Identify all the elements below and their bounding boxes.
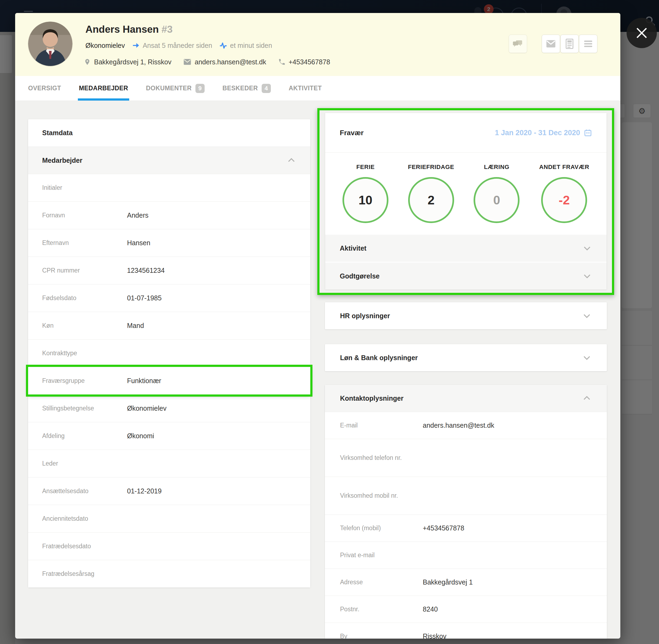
- tab-bar: OVERSIGT MEDARBEJDER DOKUMENTER 9 BESKED…: [15, 76, 620, 101]
- tab[interactable]: MEDARBEJDER: [79, 76, 128, 100]
- close-button[interactable]: [627, 18, 657, 48]
- tab-badge: 9: [195, 84, 205, 93]
- email-item: anders.hansen@test.dk: [183, 58, 266, 66]
- field-label: Virksomhed telefon nr.: [340, 453, 423, 463]
- field-label: Fødselsdato: [42, 294, 127, 302]
- field-value: Funktionær: [127, 377, 161, 385]
- stat-circle: -2: [541, 177, 587, 223]
- list-menu-icon: [583, 40, 593, 48]
- stat-value: 0: [493, 193, 500, 207]
- field-label: Fratrædelsesårsag: [42, 570, 127, 577]
- field-row[interactable]: Ansættelsesdato 01-12-2019: [28, 477, 310, 505]
- field-label: E-mail: [340, 420, 423, 431]
- field-row[interactable]: Anciennitetsdato: [28, 505, 310, 532]
- address-text: Bakkegårdsvej 1, Risskov: [94, 58, 171, 66]
- field-row[interactable]: Fratrædelsesdato: [28, 532, 310, 560]
- field-row[interactable]: Efternavn Hansen: [28, 229, 310, 257]
- contact-info-card: Kontaktoplysninger E-mail anders.hansen@…: [325, 385, 607, 639]
- absence-stat: FERIE 10: [343, 164, 389, 223]
- salary-bank-card[interactable]: Løn & Bank oplysninger: [325, 344, 607, 371]
- field-label: Privat e-mail: [340, 550, 423, 560]
- contact-field-row[interactable]: Telefon (mobil) +4534567878: [325, 514, 607, 542]
- contact-field-row[interactable]: By Risskov: [325, 623, 607, 639]
- employee-data-panel: Stamdata Medarbejder Initialer Fornavn A…: [28, 119, 310, 588]
- stat-value: 10: [359, 193, 373, 207]
- chat-icon: [513, 39, 523, 48]
- employee-name: Anders Hansen: [86, 24, 159, 35]
- mail-button[interactable]: [542, 34, 560, 53]
- tab-label: MEDARBEJDER: [79, 85, 128, 92]
- tab[interactable]: BESKEDER 4: [222, 76, 271, 100]
- tab[interactable]: AKTIVITET: [289, 76, 322, 100]
- employee-subtitle: Økonomielev Ansat 5 måneder siden et min…: [86, 41, 272, 49]
- contact-field-row[interactable]: Virksomhed mobil nr.: [325, 477, 607, 514]
- section-stamdata[interactable]: Stamdata: [28, 119, 310, 146]
- field-label: Efternavn: [42, 239, 127, 247]
- date-range-picker[interactable]: 1 Jan 2020 - 31 Dec 2020: [495, 129, 592, 137]
- contact-info-header[interactable]: Kontaktoplysninger: [325, 385, 607, 412]
- employment-duration: Ansat 5 måneder siden: [143, 42, 212, 49]
- field-value: 01-07-1985: [127, 294, 162, 302]
- stat-circle: 2: [408, 177, 454, 223]
- section-title: Medarbejder: [42, 157, 83, 164]
- field-row[interactable]: Initialer: [28, 174, 310, 201]
- section-medarbejder[interactable]: Medarbejder: [28, 146, 310, 174]
- tab-label: OVERSIGT: [28, 85, 61, 92]
- field-label: Stillingsbetegnelse: [42, 405, 127, 412]
- document-button[interactable]: [560, 34, 579, 53]
- tab[interactable]: DOKUMENTER 9: [146, 76, 205, 100]
- arrow-right-icon: [132, 41, 140, 49]
- employee-number: #3: [161, 24, 172, 35]
- field-row[interactable]: Køn Mand: [28, 312, 310, 339]
- document-icon: [565, 39, 573, 49]
- field-label: Kontrakttype: [42, 350, 127, 357]
- stat-label: ANDET FRAVÆR: [539, 164, 589, 170]
- location-pin-icon: [84, 58, 91, 66]
- contact-field-row[interactable]: Postnr. 8240: [325, 596, 607, 623]
- field-row[interactable]: Stillingsbetegnelse Økonomielev: [28, 394, 310, 422]
- contact-field-row[interactable]: Privat e-mail: [325, 542, 607, 569]
- field-label: Ansættelsesdato: [42, 487, 127, 495]
- screen: 2 ⚙: [0, 0, 659, 644]
- field-row[interactable]: Fraværsgruppe Funktionær: [28, 367, 310, 394]
- accordion-row[interactable]: Aktivitet: [325, 234, 607, 262]
- field-label: Virksomhed mobil nr.: [340, 490, 423, 501]
- field-value: Hansen: [127, 239, 150, 247]
- field-row[interactable]: Fødselsdato 01-07-1985: [28, 284, 310, 312]
- tab[interactable]: OVERSIGT: [28, 76, 61, 100]
- tab-badge: 4: [262, 84, 271, 93]
- field-row[interactable]: CPR nummer 1234561234: [28, 257, 310, 284]
- contact-field-row[interactable]: Adresse Bakkegårdsvej 1: [325, 569, 607, 596]
- hr-info-card[interactable]: HR oplysninger: [325, 302, 607, 329]
- stat-circle: 0: [474, 177, 519, 223]
- field-row[interactable]: Leder: [28, 450, 310, 477]
- absence-accordions: Aktivitet Godtgørelse: [325, 234, 607, 290]
- field-label: Leder: [42, 460, 127, 467]
- field-row[interactable]: Kontrakttype: [28, 339, 310, 367]
- last-activity: et minut siden: [230, 42, 272, 49]
- field-value: Anders: [127, 211, 148, 219]
- field-label: Køn: [42, 322, 127, 329]
- chat-button[interactable]: [509, 34, 527, 53]
- tab-label: AKTIVITET: [289, 85, 322, 92]
- email-text: anders.hansen@test.dk: [195, 58, 266, 66]
- field-value: 8240: [423, 605, 438, 613]
- stat-label: FERIE: [356, 164, 375, 170]
- field-label: By: [340, 631, 423, 639]
- field-value: Mand: [127, 322, 144, 329]
- contact-field-row[interactable]: E-mail anders.hansen@test.dk: [325, 412, 607, 439]
- contact-row: Bakkegårdsvej 1, Risskov anders.hansen@t…: [84, 58, 342, 66]
- hr-info-title: HR oplysninger: [340, 312, 390, 320]
- chevron-down-icon: [582, 271, 592, 281]
- job-title: Økonomielev: [86, 42, 125, 49]
- field-value: 01-12-2019: [127, 487, 162, 495]
- contact-field-row[interactable]: Virksomhed telefon nr.: [325, 439, 607, 477]
- field-row[interactable]: Fratrædelsesårsag: [28, 560, 310, 588]
- more-menu-button[interactable]: [579, 34, 597, 53]
- stat-circle: 10: [343, 177, 389, 223]
- field-row[interactable]: Afdeling Økonomi: [28, 422, 310, 450]
- employee-avatar: [28, 22, 72, 66]
- field-row[interactable]: Fornavn Anders: [28, 201, 310, 229]
- tab-label: BESKEDER: [222, 85, 258, 92]
- accordion-row[interactable]: Godtgørelse: [325, 262, 607, 290]
